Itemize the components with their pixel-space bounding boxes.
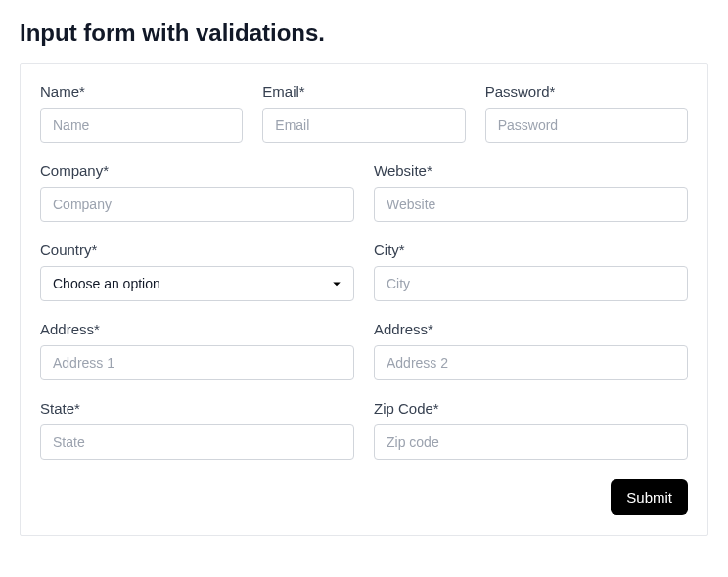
submit-button[interactable]: Submit [611,479,688,515]
form-row: State* Zip Code* [40,400,688,460]
website-input[interactable] [374,187,688,222]
password-label: Password* [485,83,688,100]
email-label: Email* [262,83,465,100]
company-input[interactable] [40,187,354,222]
address2-label: Address* [374,321,688,337]
state-label: State* [40,400,354,417]
button-row: Submit [40,479,688,515]
city-label: City* [374,242,688,258]
form-row: Country* Choose an option City* [40,242,688,301]
city-input[interactable] [374,266,688,301]
form-group-address2: Address* [374,321,688,380]
zip-label: Zip Code* [374,400,688,417]
address2-input[interactable] [374,345,688,380]
form-row: Name* Email* Password* [40,83,688,143]
form-row: Company* Website* [40,162,688,222]
email-input[interactable] [262,108,465,143]
form-group-state: State* [40,400,354,460]
zip-input[interactable] [374,424,688,460]
form-group-password: Password* [485,83,688,143]
address1-label: Address* [40,321,354,337]
password-input[interactable] [485,108,688,143]
website-label: Website* [374,162,688,179]
country-label: Country* [40,242,354,258]
address1-input[interactable] [40,345,354,380]
form-card: Name* Email* Password* Company* Website*… [20,63,708,536]
name-label: Name* [40,83,243,100]
form-row: Address* Address* [40,321,688,380]
form-group-name: Name* [40,83,243,143]
company-label: Company* [40,162,354,179]
form-group-address1: Address* [40,321,354,380]
form-group-city: City* [374,242,688,301]
state-input[interactable] [40,424,354,460]
form-group-email: Email* [262,83,465,143]
page-title: Input form with validations. [20,20,708,47]
name-input[interactable] [40,108,243,143]
form-group-country: Country* Choose an option [40,242,354,301]
form-group-company: Company* [40,162,354,222]
form-group-zip: Zip Code* [374,400,688,460]
country-select[interactable]: Choose an option [40,266,354,301]
form-group-website: Website* [374,162,688,222]
